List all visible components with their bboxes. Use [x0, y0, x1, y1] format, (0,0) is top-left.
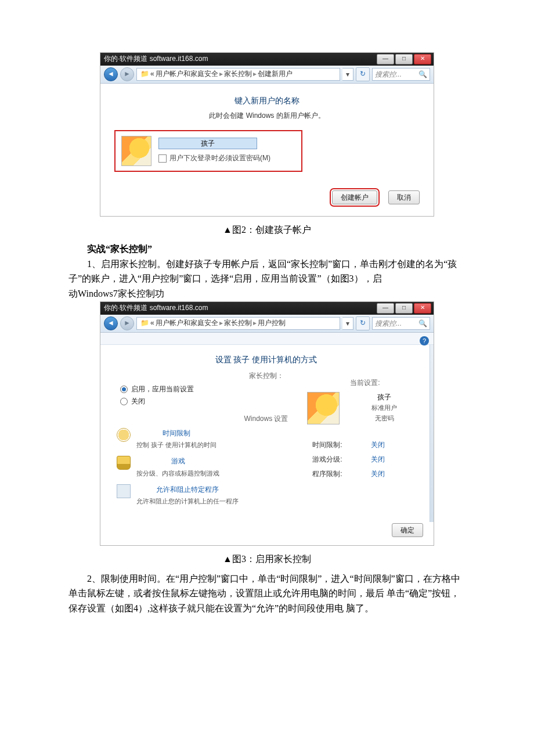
figure-2-caption: ▲图2：创建孩子帐户: [68, 222, 466, 237]
status-key: 时间限制:: [307, 440, 348, 451]
search-input[interactable]: 搜索控... 🔍: [372, 68, 430, 81]
minimize-button[interactable]: —: [377, 54, 394, 64]
forward-button[interactable]: ►: [120, 316, 134, 330]
paragraph: 1、启用家长控制。创建好孩子专用帐户后，返回“家长控制”窗口，单击刚才创建的名为…: [68, 257, 466, 286]
scrollbar[interactable]: [430, 345, 434, 522]
program-icon: [117, 484, 131, 498]
window-titlebar: 你的·软件频道 software.it168.com — □ ✕: [100, 53, 434, 66]
ok-button[interactable]: 确定: [392, 523, 423, 537]
chevron-right-icon: ▸: [253, 69, 257, 80]
trophy-icon: [117, 456, 131, 470]
refresh-button[interactable]: ↻: [356, 67, 370, 81]
current-settings-label: 当前设置:: [307, 377, 423, 388]
close-button[interactable]: ✕: [414, 54, 431, 64]
breadcrumb-part[interactable]: 家长控制: [224, 69, 252, 80]
forward-button[interactable]: ►: [120, 67, 134, 81]
status-value-link[interactable]: 关闭: [371, 469, 385, 480]
window-titlebar: 你的·软件频道 software.it168.com — □ ✕: [100, 302, 434, 315]
maximize-button[interactable]: □: [395, 54, 413, 64]
figure-2-window: 你的·软件频道 software.it168.com — □ ✕ ◄ ► 📁 «…: [100, 52, 434, 217]
clock-icon: [117, 428, 131, 442]
setting-title[interactable]: 允许和阻止特定程序: [136, 484, 239, 495]
maximize-button[interactable]: □: [395, 303, 413, 314]
back-button[interactable]: ◄: [104, 316, 118, 330]
back-button[interactable]: ◄: [104, 67, 118, 81]
figure-3-caption: ▲图3：启用家长控制: [68, 552, 466, 567]
current-settings-pane: 当前设置: 孩子 标准用户 无密码 时间限制: 关闭: [307, 345, 423, 484]
search-placeholder: 搜索控...: [375, 69, 402, 80]
setting-desc: 允许和阻止您的计算机上的任一程序: [136, 496, 239, 507]
paragraph: 动Windows7家长控制功: [68, 286, 466, 301]
folder-icon: 📁: [140, 69, 149, 80]
chevron-right-icon: ▸: [253, 318, 257, 329]
breadcrumb-part[interactable]: 用户帐户和家庭安全: [156, 318, 218, 329]
search-placeholder: 搜索控...: [375, 318, 402, 329]
chevron-right-icon: ▸: [219, 69, 223, 80]
status-key: 游戏分级:: [307, 454, 348, 465]
panel-heading: 键入新用户的名称: [114, 94, 420, 107]
radio-disable-label: 关闭: [131, 396, 145, 407]
navbar: ◄ ► 📁 « 用户帐户和家庭安全 ▸ 家长控制 ▸ 创建新用户 ▾ ↻ 搜索控…: [100, 66, 434, 84]
help-strip: ?: [100, 333, 434, 345]
breadcrumb[interactable]: 📁 « 用户帐户和家庭安全 ▸ 家长控制 ▸ 用户控制: [136, 317, 340, 330]
radio-enable[interactable]: [120, 386, 128, 393]
setting-desc: 按分级、内容或标题控制游戏: [136, 469, 219, 479]
status-value-link[interactable]: 关闭: [371, 440, 385, 451]
checkbox-label: 用户下次登录时必须设置密码(M): [169, 153, 270, 164]
username-input[interactable]: 孩子: [158, 138, 257, 149]
cancel-button[interactable]: 取消: [388, 190, 420, 204]
minimize-button[interactable]: —: [377, 303, 394, 314]
new-user-box: 孩子 用户下次登录时必须设置密码(M): [114, 130, 302, 172]
breadcrumb-prefix: «: [150, 318, 154, 329]
section-title: 实战“家长控制”: [68, 242, 466, 257]
titlebar-watermark: 你的·软件频道 software.it168.com: [104, 53, 208, 64]
setting-programs[interactable]: 允许和阻止特定程序 允许和阻止您的计算机上的任一程序: [117, 484, 418, 507]
radio-disable[interactable]: [120, 398, 128, 405]
setting-title[interactable]: 时间限制: [136, 428, 217, 439]
folder-icon: 📁: [140, 318, 149, 329]
status-value-link[interactable]: 关闭: [371, 454, 385, 465]
search-icon: 🔍: [418, 318, 427, 329]
search-icon: 🔍: [418, 69, 427, 80]
create-account-button[interactable]: 创建帐户: [332, 190, 377, 204]
navbar: ◄ ► 📁 « 用户帐户和家庭安全 ▸ 家长控制 ▸ 用户控制 ▾ ↻ 搜索控.…: [100, 315, 434, 333]
figure-3-window: 你的·软件频道 software.it168.com — □ ✕ ◄ ► 📁 «…: [100, 301, 434, 546]
chevron-right-icon: ▸: [219, 318, 223, 329]
breadcrumb-dropdown[interactable]: ▾: [342, 317, 353, 330]
breadcrumb-dropdown[interactable]: ▾: [342, 68, 353, 81]
panel-subheading: 此时会创建 Windows 的新用户帐户。: [114, 110, 420, 121]
breadcrumb-part[interactable]: 用户帐户和家庭安全: [156, 69, 218, 80]
paragraph: 2、限制使用时间。在“用户控制”窗口中，单击“时间限制”，进入“时间限制”窗口，…: [68, 571, 466, 616]
avatar-icon: [121, 136, 151, 166]
breadcrumb-part[interactable]: 创建新用户: [258, 69, 293, 80]
refresh-button[interactable]: ↻: [356, 316, 370, 330]
breadcrumb-part[interactable]: 用户控制: [258, 318, 286, 329]
avatar-icon: [307, 392, 340, 424]
breadcrumb-prefix: «: [150, 69, 154, 80]
must-change-password-checkbox[interactable]: [158, 154, 167, 163]
close-button[interactable]: ✕: [414, 303, 431, 314]
radio-enable-label: 启用，应用当前设置: [131, 384, 194, 395]
help-icon[interactable]: ?: [420, 336, 429, 345]
setting-title[interactable]: 游戏: [136, 456, 219, 467]
titlebar-watermark: 你的·软件频道 software.it168.com: [104, 303, 208, 314]
setting-desc: 控制 孩子 使用计算机的时间: [136, 440, 217, 451]
breadcrumb[interactable]: 📁 « 用户帐户和家庭安全 ▸ 家长控制 ▸ 创建新用户: [136, 68, 340, 81]
search-input[interactable]: 搜索控... 🔍: [372, 317, 430, 330]
status-key: 程序限制:: [307, 469, 348, 480]
breadcrumb-part[interactable]: 家长控制: [224, 318, 252, 329]
